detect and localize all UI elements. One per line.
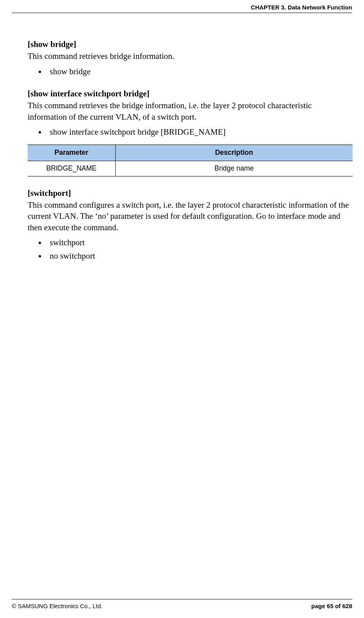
list-item: show bridge — [39, 66, 353, 77]
list-item: show interface switchport bridge [BRIDGE… — [39, 126, 353, 137]
page-number: page 65 of 628 — [311, 603, 352, 609]
header-rule — [12, 13, 352, 13]
bullet-icon — [39, 255, 41, 257]
bullet-list: show interface switchport bridge [BRIDGE… — [28, 126, 353, 137]
table-header-cell: Parameter — [28, 145, 115, 161]
list-item: switchport — [39, 237, 353, 248]
footer-rule — [12, 599, 352, 599]
bullet-icon — [39, 131, 41, 133]
section-desc: This command retrieves the bridge inform… — [28, 100, 353, 122]
page-footer: © SAMSUNG Electronics Co., Ltd. page 65 … — [12, 599, 352, 609]
bullet-list: show bridge — [28, 66, 353, 77]
table-header-cell: Description — [115, 145, 353, 161]
bullet-text: show interface switchport bridge [BRIDGE… — [50, 126, 226, 137]
chapter-header: CHAPTER 3. Data Network Function — [251, 4, 352, 11]
table-cell: Bridge name — [115, 161, 353, 177]
section-title: [show interface switchport bridge] — [28, 88, 353, 99]
copyright-text: © SAMSUNG Electronics Co., Ltd. — [12, 603, 102, 609]
bullet-text: switchport — [50, 237, 85, 248]
page-content: [show bridge] This command retrieves bri… — [28, 36, 353, 264]
parameter-table: Parameter Description BRIDGE_NAME Bridge… — [28, 145, 353, 176]
list-item: no switchport — [39, 250, 353, 261]
section-desc: This command configures a switch port, i… — [28, 199, 353, 233]
bullet-icon — [39, 242, 41, 244]
table-row: BRIDGE_NAME Bridge name — [28, 161, 353, 177]
section-title: [show bridge] — [28, 39, 353, 50]
table-cell: BRIDGE_NAME — [28, 161, 115, 177]
bullet-list: switchport no switchport — [28, 237, 353, 262]
bullet-text: no switchport — [50, 250, 95, 261]
table-header-row: Parameter Description — [28, 145, 353, 161]
footer-row: © SAMSUNG Electronics Co., Ltd. page 65 … — [12, 603, 352, 609]
bullet-icon — [39, 71, 41, 73]
section-title: [switchport] — [28, 188, 353, 199]
section-desc: This command retrieves bridge informatio… — [28, 51, 353, 62]
bullet-text: show bridge — [50, 66, 90, 77]
